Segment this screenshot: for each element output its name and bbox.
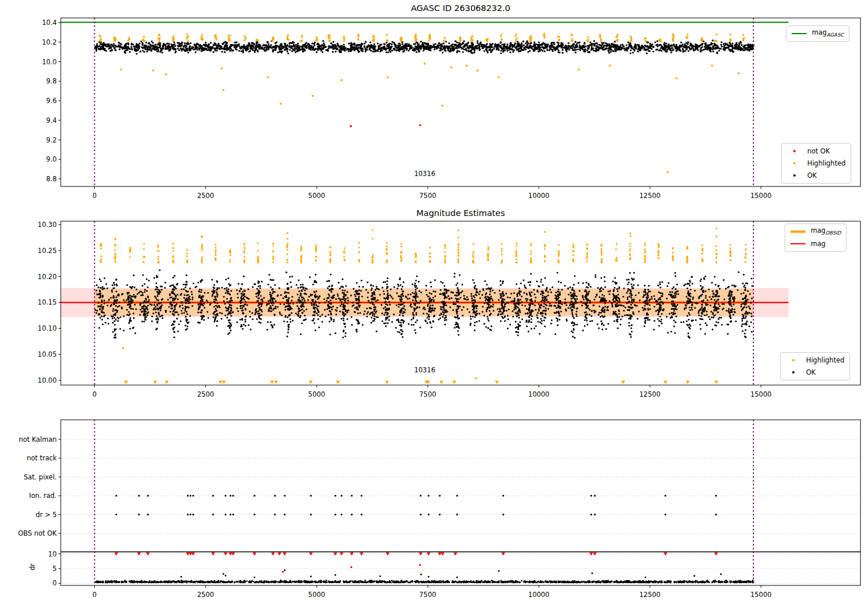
legend-line-marker <box>792 33 807 35</box>
x-tick-label: 0 <box>71 191 117 200</box>
y-tick-label: 10.20 <box>0 272 57 281</box>
legend-dot-marker <box>787 162 802 164</box>
flag-row-label: dr > 5 <box>0 510 57 519</box>
flag-row-label: Sat. pixel. <box>0 473 57 482</box>
plot1-not-ok-points-group <box>350 124 421 127</box>
flag-row-label: Ion. rad. <box>0 491 57 500</box>
plot1-legend-point-types: not OKHighlightedOK <box>781 143 851 184</box>
legend-label: magOBSID <box>811 226 841 237</box>
x-tick-label: 5000 <box>293 590 340 599</box>
legend-item: magAGASC <box>792 28 844 39</box>
plot1-obsid-annotation: 10316 <box>404 170 445 178</box>
legend-label: magAGASC <box>812 28 844 39</box>
legend-dot-marker <box>787 174 802 177</box>
plot1-ok-points-group <box>94 39 755 54</box>
legend-line-marker <box>790 243 806 245</box>
x-tick-label: 15000 <box>738 390 784 399</box>
y-tick-label: 10.05 <box>0 350 57 359</box>
plot3-flag-points-group <box>115 495 717 516</box>
legend-label: Highlighted <box>806 356 844 364</box>
x-tick-label: 0 <box>71 390 117 399</box>
x-tick-label: 2500 <box>182 590 229 599</box>
legend-dot-marker <box>786 371 801 374</box>
legend-label: Highlighted <box>807 159 845 167</box>
plot2-clip-triangles-group <box>124 381 719 384</box>
y-tick-label: 10.2 <box>0 38 57 47</box>
legend-item: not OK <box>787 146 845 156</box>
legend-item: Highlighted <box>786 355 844 365</box>
y-tick-label: 10.10 <box>0 324 57 333</box>
legend-item: OK <box>787 170 845 181</box>
plot3-obsid-boundary-lines <box>94 420 753 585</box>
matplotlib-figure: AGASC ID 263068232.0 Magnitude Estimates… <box>0 0 868 608</box>
legend-line-marker <box>790 230 806 233</box>
chart-canvas <box>0 0 868 608</box>
plot2-legend-lines: magOBSIDmag <box>785 224 847 252</box>
x-tick-label: 10000 <box>516 191 562 200</box>
flag-row-label: not track <box>0 453 57 463</box>
legend-item: mag <box>790 239 841 249</box>
y-tick-label: 10.4 <box>0 18 57 27</box>
y-tick-label: 8.8 <box>0 174 57 184</box>
x-tick-label: 15000 <box>738 191 784 200</box>
plot2-legend-point-types: HighlightedOK <box>780 352 850 380</box>
plot3-spine <box>61 420 860 585</box>
plot1-title: AGASC ID 263068232.0 <box>61 3 860 13</box>
dr-tick-label: 5 <box>0 564 57 573</box>
legend-dot-marker <box>786 359 801 361</box>
legend-label: mag <box>811 240 826 248</box>
plot2-title: Magnitude Estimates <box>61 208 860 218</box>
legend-dot-marker <box>787 150 802 152</box>
flag-row-label: OBS not OK <box>0 529 57 538</box>
dr-tick-label: 0 <box>0 578 57 588</box>
x-tick-label: 7500 <box>404 191 451 200</box>
plot1-legend-mag-agasc: magAGASC <box>786 25 849 42</box>
x-tick-label: 2500 <box>182 390 229 399</box>
y-tick-label: 10.0 <box>0 57 57 67</box>
y-tick-label: 9.2 <box>0 135 57 145</box>
legend-item: Highlighted <box>787 158 845 169</box>
plot2-obsid-annotation: 10316 <box>404 366 445 374</box>
legend-label: OK <box>806 368 816 376</box>
x-tick-label: 10000 <box>516 590 562 599</box>
y-tick-label: 10.15 <box>0 298 57 307</box>
y-tick-label: 9.6 <box>0 96 57 105</box>
legend-item: OK <box>786 367 844 378</box>
plot3 <box>61 439 860 584</box>
y-tick-label: 10.00 <box>0 376 57 385</box>
plot1-highlighted-points-group <box>98 32 745 173</box>
x-tick-label: 12500 <box>627 191 673 200</box>
x-tick-label: 7500 <box>404 390 451 399</box>
plot3-dr-red-group <box>115 552 718 573</box>
y-tick-label: 9.8 <box>0 76 57 86</box>
x-tick-label: 5000 <box>293 390 340 399</box>
legend-label: not OK <box>807 147 830 155</box>
x-tick-label: 2500 <box>182 191 229 200</box>
x-tick-label: 12500 <box>627 390 673 399</box>
plot3-dr-points-group <box>95 569 755 583</box>
legend-label: OK <box>807 171 817 180</box>
y-tick-label: 9.4 <box>0 116 57 125</box>
y-tick-label: 9.0 <box>0 155 57 164</box>
x-tick-label: 15000 <box>738 590 784 599</box>
x-tick-label: 12500 <box>627 590 673 599</box>
x-tick-label: 5000 <box>293 191 340 200</box>
x-tick-label: 7500 <box>404 590 451 599</box>
y-tick-label: 10.25 <box>0 246 57 255</box>
x-tick-label: 0 <box>71 590 117 599</box>
y-tick-label: 10.30 <box>0 220 57 229</box>
legend-item: magOBSID <box>790 226 841 237</box>
x-tick-label: 10000 <box>516 390 562 399</box>
dr-tick-label: 10 <box>0 550 57 559</box>
flag-row-label: not Kalman <box>0 435 57 444</box>
